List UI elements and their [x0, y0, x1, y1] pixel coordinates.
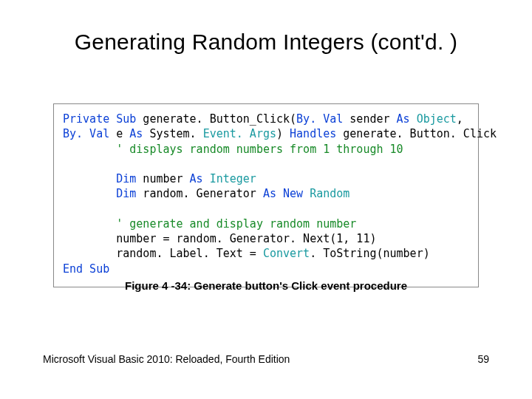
code-text: number = random. Generator. Next(1, 11) [116, 232, 376, 245]
code-text: . ToString(number) [310, 247, 430, 260]
code-type: Integer [203, 172, 256, 185]
code-keyword: By. Val [296, 112, 343, 126]
code-keyword: As [190, 172, 203, 185]
code-text: sender [343, 112, 396, 126]
code-text: ) [276, 127, 290, 140]
code-text: number [136, 172, 189, 185]
code-text: random. Label. Text = [116, 247, 263, 260]
code-keyword: Handles [290, 127, 336, 140]
code-keyword: As [129, 127, 143, 140]
code-box: Private Sub generate. Button_Click(By. V… [53, 103, 479, 287]
code-text: , [457, 112, 463, 126]
code-keyword: Dim [116, 172, 136, 185]
code-keyword: Private Sub [63, 112, 136, 126]
code-type: Object [410, 112, 457, 126]
code-keyword: By. Val [63, 127, 109, 140]
code-comment: ' displays random numbers from 1 through… [116, 143, 403, 156]
figure-caption: Figure 4 -34: Generate button's Click ev… [0, 279, 532, 292]
code-type: Random [303, 187, 349, 200]
code-text: generate. Button. Click [336, 127, 497, 140]
code-text: generate. Button_Click( [136, 112, 296, 126]
slide-title: Generating Random Integers (cont'd. ) [0, 30, 532, 55]
code-keyword: As [397, 112, 410, 126]
code-text: System. [143, 127, 196, 140]
code-keyword: Dim [116, 187, 136, 200]
page-number: 59 [477, 353, 489, 365]
code-comment: ' generate and display random number [116, 217, 356, 231]
code-type: Convert [263, 247, 310, 260]
code-keyword: As New [263, 187, 303, 200]
code-text: e [109, 127, 129, 140]
code-text: random. Generator [136, 187, 263, 200]
slide: Generating Random Integers (cont'd. ) Pr… [0, 0, 532, 399]
footer-text: Microsoft Visual Basic 2010: Reloaded, F… [43, 353, 290, 365]
code-type: Event. Args [197, 127, 276, 140]
code-keyword: End Sub [63, 262, 109, 276]
